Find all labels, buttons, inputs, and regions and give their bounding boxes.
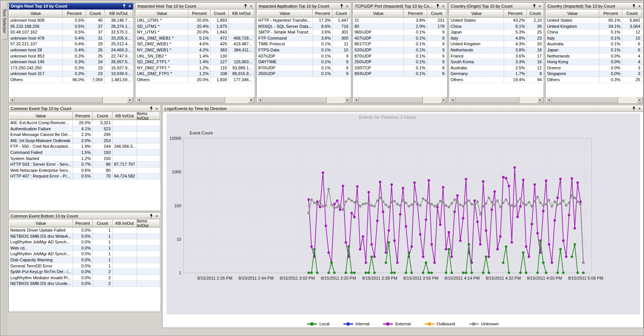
- table-row[interactable]: NY_UTM1 *20.0%1,843: [136, 29, 254, 35]
- table-row[interactable]: Japan5.3%25: [449, 29, 543, 35]
- table-row[interactable]: 802.9%178: [353, 24, 447, 30]
- scroll-thumb[interactable]: [263, 97, 327, 103]
- horizontal-scrollbar[interactable]: ◄►: [449, 97, 543, 103]
- table-row[interactable]: HTTP 503 : Server Error - Serv...0.7%868…: [9, 162, 160, 168]
- table-row[interactable]: Email Message Cannot Be Del...2.3%295: [9, 132, 160, 138]
- column-header-value[interactable]: Value: [136, 10, 188, 17]
- table-row[interactable]: Germany1.7%8: [449, 71, 543, 77]
- panel-titlebar[interactable]: Country (Impacted) Top 10 by Count ×: [546, 3, 643, 10]
- table-row[interactable]: Others19.4%94: [449, 77, 543, 83]
- column-header-count[interactable]: Count: [93, 219, 113, 227]
- scroll-right-button[interactable]: ►: [441, 97, 447, 103]
- table-row[interactable]: Australia0.1%6: [546, 41, 643, 47]
- panel-titlebar[interactable]: Logs/Events by Time by Direction ×: [163, 106, 643, 112]
- panel-titlebar[interactable]: Origin Host Top 10 by Count ×: [9, 3, 133, 10]
- table-row[interactable]: Netherlands0.0%4: [546, 53, 643, 59]
- scroll-right-button[interactable]: ►: [345, 97, 351, 103]
- column-header-count[interactable]: Count: [86, 10, 105, 17]
- panel-titlebar[interactable]: Impacted Host Top 10 by Count ×: [136, 3, 254, 10]
- table-row[interactable]: United States65.1%5,842: [546, 18, 643, 24]
- table-row[interactable]: 520\UDP0.1%9: [353, 47, 447, 53]
- close-icon[interactable]: ×: [345, 4, 350, 9]
- table-row[interactable]: SD_DMZ_FTP1 *1.4%127115,063...: [136, 59, 254, 65]
- table-row[interactable]: unknown host 3170.3%2319,939.9...: [9, 71, 133, 77]
- column-header-percent[interactable]: Percent: [73, 112, 93, 120]
- table-row[interactable]: UKL_UTM1 *20.6%1,893: [136, 18, 254, 24]
- table-row[interactable]: SMTP - Simple Mail Transf...3.6%301: [257, 29, 351, 35]
- column-header-count[interactable]: Count: [527, 10, 543, 17]
- scroll-track[interactable]: [15, 97, 127, 103]
- column-header-kb-in-out[interactable]: KB In/Out: [105, 10, 133, 17]
- table-row[interactable]: FTPS-Data0.1%10: [257, 47, 351, 53]
- pin-icon[interactable]: [148, 214, 154, 219]
- pin-icon[interactable]: [243, 4, 248, 9]
- scroll-track[interactable]: [552, 97, 637, 103]
- table-row[interactable]: General TermDD Error0.0%1: [9, 263, 160, 269]
- panel-titlebar[interactable]: Common Event Bottom 10 by Count ×: [9, 213, 160, 219]
- scroll-left-button[interactable]: ◄: [353, 97, 359, 103]
- close-icon[interactable]: ×: [441, 4, 446, 9]
- table-row[interactable]: FTP - 550 - Cmd Not Accepted...1.9%24424…: [9, 144, 160, 150]
- table-row[interactable]: Disk Capacity Warning0.0%1: [9, 257, 160, 263]
- table-row[interactable]: UKL_SN_DB2 *1.4%130: [136, 53, 254, 59]
- table-row[interactable]: United States43.2%2,10: [449, 18, 543, 24]
- pin-icon[interactable]: [531, 4, 537, 9]
- table-row[interactable]: unknown host 8530.3%2522,747.0...: [9, 53, 133, 59]
- close-icon[interactable]: ×: [637, 106, 642, 111]
- column-header-value[interactable]: Value: [9, 219, 73, 227]
- column-header-kb-in-out[interactable]: KB In/Out: [113, 219, 137, 227]
- table-row[interactable]: unknown host 280.4%2624,469.3...: [9, 47, 133, 53]
- horizontal-scrollbar[interactable]: ◄►: [257, 97, 351, 103]
- scroll-right-button[interactable]: ►: [637, 97, 643, 103]
- table-row[interactable]: UKL_DMZ_FTP1 *1.2%10889,915.8...: [136, 71, 254, 77]
- table-row[interactable]: 250\UDP0.1%9: [257, 71, 351, 77]
- table-row[interactable]: SD_UTM1 *20.4%1,875: [136, 24, 254, 30]
- table-row[interactable]: Others20.0%1,839177,346...: [136, 77, 254, 83]
- column-header-percent[interactable]: Percent: [404, 10, 427, 17]
- column-header-value[interactable]: Value: [546, 10, 599, 17]
- table-row[interactable]: SD_DMZ_WEB1 *4.6%425419,487...: [136, 41, 254, 47]
- table-row[interactable]: HTTP - Hypertext Transfer...17.3%1,447: [257, 18, 351, 24]
- scroll-left-button[interactable]: ◄: [257, 97, 263, 103]
- scroll-thumb[interactable]: [359, 97, 423, 103]
- tool-selector-tab[interactable]: Tool Selector: [2, 2, 8, 40]
- column-header-value[interactable]: Value: [257, 10, 313, 17]
- table-row[interactable]: LogRhythm JobMgr AD Synch...0.0%1: [9, 239, 160, 245]
- table-row[interactable]: NETBIOS SMB-DS dns WriteA...0.0%1: [9, 234, 160, 240]
- table-row[interactable]: TIME Protocol0.1%11: [257, 41, 351, 47]
- table-row[interactable]: HTTP 407 : Request Error - Pr...0.5%7064…: [9, 173, 160, 179]
- scroll-right-button[interactable]: ►: [248, 97, 254, 103]
- scroll-thumb[interactable]: [15, 97, 103, 103]
- table-row[interactable]: 965\UDP0.1%9: [353, 29, 447, 35]
- scroll-left-button[interactable]: ◄: [449, 97, 456, 103]
- table-row[interactable]: UKL_DMZ_WEB1 *5.1%472468,728...: [136, 35, 254, 42]
- horizontal-scrollbar[interactable]: ◄►: [353, 97, 447, 103]
- table-row[interactable]: China0.1%12: [546, 29, 643, 35]
- table-row[interactable]: AIE: Ext:Accnt Comp:Remote...26.0%3,321: [9, 120, 160, 126]
- pin-icon[interactable]: [121, 4, 127, 9]
- table-row[interactable]: unknown host 4780.4%3133,205.6...: [9, 35, 133, 42]
- column-header-count[interactable]: Count: [93, 112, 113, 120]
- table-row[interactable]: AIE: Int:Susp:Malware Outbreak2.0%253: [9, 138, 160, 144]
- scroll-track[interactable]: [142, 97, 248, 103]
- scroll-thumb[interactable]: [552, 97, 618, 103]
- column-header-value[interactable]: Value: [353, 10, 404, 17]
- legend-item-external[interactable]: External: [383, 322, 411, 326]
- table-row[interactable]: unknown host 8080.5%4038,146.7...: [9, 18, 133, 24]
- table-row[interactable]: Others0.3%25: [546, 77, 643, 83]
- close-icon[interactable]: ×: [637, 4, 642, 9]
- table-row[interactable]: unknown host 1450.3%2426,957.5...: [9, 59, 133, 65]
- column-header-items-in-out[interactable]: Items In/Out: [137, 112, 160, 120]
- table-row[interactable]: 330\TCP0.1%8: [353, 65, 447, 71]
- table-row[interactable]: Japan0.1%6: [546, 47, 643, 53]
- table-row[interactable]: 437\UDP0.1%9: [257, 53, 351, 59]
- table-row[interactable]: 861\TCP0.1%9: [353, 41, 447, 47]
- table-row[interactable]: France3.6%17: [449, 53, 543, 59]
- table-row[interactable]: United Kingdom4.3%20: [449, 41, 543, 47]
- scroll-left-button[interactable]: ◄: [9, 97, 15, 103]
- scroll-track[interactable]: [263, 97, 345, 103]
- table-row[interactable]: 93.48.107.1620.5%3732,570.3...: [9, 29, 133, 35]
- close-icon[interactable]: ×: [127, 4, 132, 9]
- scroll-track[interactable]: [359, 97, 441, 103]
- column-header-percent[interactable]: Percent: [313, 10, 333, 17]
